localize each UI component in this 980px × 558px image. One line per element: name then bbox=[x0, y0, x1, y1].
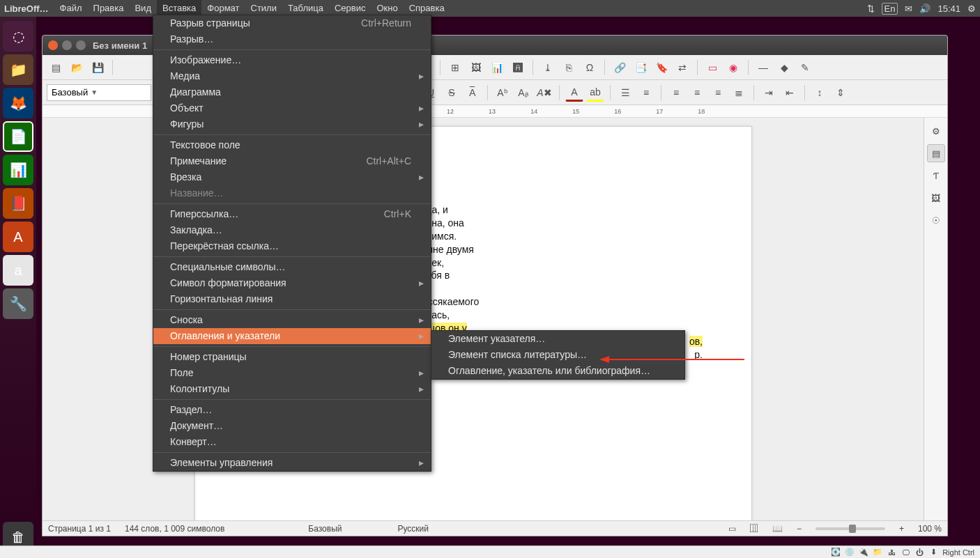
launcher-settings[interactable]: 🔧 bbox=[3, 288, 33, 319]
status-style[interactable]: Базовый bbox=[308, 524, 342, 534]
insert-menu-item[interactable]: Диаграмма bbox=[153, 84, 431, 100]
window-minimize-button[interactable] bbox=[62, 40, 72, 50]
insert-menu-item[interactable]: Горизонтальная линия bbox=[153, 291, 431, 307]
align-left-button[interactable]: ≡ bbox=[667, 84, 685, 102]
pagebreak-button[interactable]: ⤓ bbox=[539, 59, 557, 77]
insert-menu-item[interactable]: Фигуры▸ bbox=[153, 116, 431, 132]
open-button[interactable]: 📂 bbox=[68, 59, 86, 77]
hyperlink-button[interactable]: 🔗 bbox=[611, 59, 629, 77]
insert-menu-item[interactable]: Символ форматирования▸ bbox=[153, 275, 431, 291]
subscript-button[interactable]: Aᵦ bbox=[514, 84, 533, 102]
highlight-button[interactable]: ab bbox=[586, 84, 604, 102]
table-button[interactable]: ⊞ bbox=[446, 59, 464, 77]
image-button[interactable]: 🖼 bbox=[467, 59, 485, 77]
line-button[interactable]: — bbox=[754, 59, 772, 77]
insert-menu-item[interactable]: ПримечаниеCtrl+Alt+C bbox=[153, 153, 431, 169]
footnote-button[interactable]: 📑 bbox=[631, 59, 650, 77]
menu-edit[interactable]: Правка bbox=[88, 0, 130, 17]
insert-menu-item[interactable]: Гиперссылка…Ctrl+K bbox=[153, 206, 431, 222]
insert-menu-item[interactable]: Раздел… bbox=[153, 402, 431, 418]
cleardirect-button[interactable]: A✖ bbox=[535, 84, 553, 102]
launcher-files[interactable]: 📁 bbox=[3, 54, 33, 85]
vm-display-icon[interactable]: 🖵 bbox=[901, 548, 910, 557]
sidebar-gallery-icon[interactable]: 🖼 bbox=[927, 189, 945, 207]
insert-menu-item[interactable]: Перекрёстная ссылка… bbox=[153, 238, 431, 254]
insert-menu-item[interactable]: Медиа▸ bbox=[153, 68, 431, 84]
indent-dec-button[interactable]: ⇤ bbox=[781, 84, 799, 102]
crossref-button[interactable]: ⇄ bbox=[673, 59, 691, 77]
clock[interactable]: 15:41 bbox=[937, 3, 960, 14]
view-multi-icon[interactable]: ⿲ bbox=[750, 524, 758, 534]
insert-menu-item[interactable]: Номер страницы bbox=[153, 349, 431, 365]
launcher-impress[interactable]: 📕 bbox=[3, 188, 33, 219]
status-language[interactable]: Русский bbox=[398, 524, 429, 534]
mail-icon[interactable]: ✉ bbox=[905, 3, 912, 14]
specialchar-button[interactable]: Ω bbox=[581, 59, 599, 77]
launcher-writer[interactable]: 📄 bbox=[3, 121, 33, 152]
align-justify-button[interactable]: ≣ bbox=[730, 84, 748, 102]
insert-menu-item[interactable]: Специальные символы… bbox=[153, 259, 431, 275]
network-icon[interactable]: ⇅ bbox=[867, 3, 875, 14]
zoom-slider[interactable] bbox=[816, 527, 885, 530]
view-single-icon[interactable]: ▭ bbox=[728, 524, 736, 534]
zoom-value[interactable]: 100 % bbox=[918, 524, 942, 534]
textbox-button[interactable]: 🅰 bbox=[509, 59, 527, 77]
view-book-icon[interactable]: 📖 bbox=[772, 524, 783, 534]
numberlist-button[interactable]: ≡ bbox=[637, 84, 655, 102]
menu-file[interactable]: Файл bbox=[54, 0, 88, 17]
zoom-out-button[interactable]: − bbox=[797, 524, 802, 534]
sidebar-settings-icon[interactable]: ⚙ bbox=[927, 122, 945, 140]
insert-menu-item[interactable]: Закладка… bbox=[153, 222, 431, 238]
field-button[interactable]: ⎘ bbox=[560, 59, 578, 77]
trackchanges-button[interactable]: ◉ bbox=[724, 59, 742, 77]
insert-menu-item[interactable]: Объект▸ bbox=[153, 100, 431, 116]
fontcolor-button[interactable]: A bbox=[565, 84, 583, 102]
insert-menu-item[interactable]: Документ… bbox=[153, 418, 431, 434]
launcher-amazon[interactable]: a bbox=[3, 255, 33, 286]
launcher-calc[interactable]: 📊 bbox=[3, 155, 33, 185]
sidebar-navigator-icon[interactable]: ☉ bbox=[927, 211, 945, 229]
shape-button[interactable]: ◆ bbox=[775, 59, 793, 77]
insert-menu-item[interactable]: Поле▸ bbox=[153, 365, 431, 381]
save-button[interactable]: 💾 bbox=[89, 59, 107, 77]
insert-menu-item[interactable]: Разрыв страницыCtrl+Return bbox=[153, 15, 431, 31]
launcher-firefox[interactable]: 🦊 bbox=[3, 88, 33, 118]
insert-menu-item[interactable]: Оглавления и указатели▸ bbox=[153, 328, 431, 344]
bulletlist-button[interactable]: ☰ bbox=[616, 84, 634, 102]
insert-menu-item[interactable]: Элементы управления▸ bbox=[153, 455, 431, 471]
status-words[interactable]: 144 слов, 1 009 символов bbox=[125, 524, 224, 534]
vm-network-icon[interactable]: 🖧 bbox=[887, 548, 896, 557]
vm-share-icon[interactable]: 📁 bbox=[873, 548, 882, 557]
overline-button[interactable]: A̅ bbox=[464, 84, 482, 102]
keyboard-indicator[interactable]: En bbox=[882, 3, 898, 15]
submenu-biblio-entry[interactable]: Элемент списка литературы… bbox=[431, 347, 684, 363]
vm-disk-icon[interactable]: 💽 bbox=[831, 548, 841, 557]
window-close-button[interactable] bbox=[48, 40, 58, 50]
new-button[interactable]: ▤ bbox=[47, 59, 65, 77]
indent-inc-button[interactable]: ⇥ bbox=[760, 84, 778, 102]
insert-menu-item[interactable]: Колонтитулы▸ bbox=[153, 381, 431, 397]
chart-button[interactable]: 📊 bbox=[488, 59, 506, 77]
insert-menu-item[interactable]: Врезка▸ bbox=[153, 169, 431, 185]
superscript-button[interactable]: Aᵇ bbox=[493, 84, 512, 102]
comment-button[interactable]: ▭ bbox=[703, 59, 721, 77]
vm-capture-icon[interactable]: ⬇ bbox=[928, 548, 938, 557]
window-maximize-button[interactable] bbox=[76, 40, 86, 50]
insert-menu-item[interactable]: Текстовое поле bbox=[153, 137, 431, 153]
insert-menu-item[interactable]: Конверт… bbox=[153, 434, 431, 450]
paragraph-style-combo[interactable]: Базовый ▼ bbox=[47, 84, 151, 101]
draw-button[interactable]: ✎ bbox=[796, 59, 814, 77]
sidebar-styles-icon[interactable]: Ƭ bbox=[927, 166, 945, 185]
align-center-button[interactable]: ≡ bbox=[688, 84, 706, 102]
vm-usb-icon[interactable]: 🔌 bbox=[859, 548, 868, 557]
gear-icon[interactable]: ⚙ bbox=[967, 3, 976, 14]
sound-icon[interactable]: 🔊 bbox=[919, 3, 931, 14]
status-page[interactable]: Страница 1 из 1 bbox=[48, 524, 111, 534]
vm-power-icon[interactable]: ⏻ bbox=[914, 548, 924, 557]
submenu-index-entry[interactable]: Элемент указателя… bbox=[431, 331, 684, 347]
launcher-dash[interactable]: ◌ bbox=[3, 21, 33, 52]
strikethrough-button[interactable]: S bbox=[443, 84, 461, 102]
vm-optical-icon[interactable]: 💿 bbox=[845, 548, 855, 557]
submenu-toc-index[interactable]: Оглавление, указатель или библиография… bbox=[431, 363, 684, 379]
paraspacing-button[interactable]: ⇕ bbox=[832, 84, 850, 102]
